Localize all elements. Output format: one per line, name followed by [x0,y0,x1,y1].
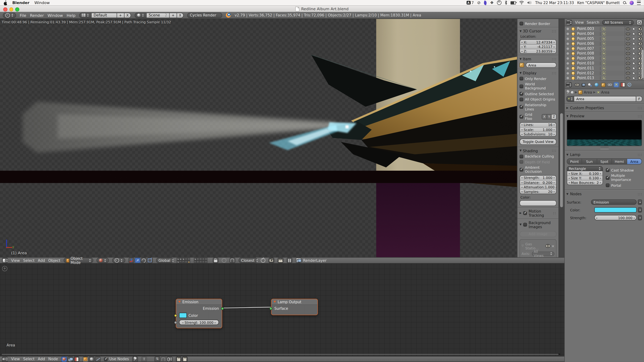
cursor-y-field[interactable]: ◂Y:-4.21117▸ [520,44,556,49]
layer-cell[interactable] [184,260,187,263]
selectability-toggle[interactable] [631,56,637,61]
render-layer-icon-button[interactable] [296,258,301,263]
node-editor-hscrollbar[interactable] [1,353,560,355]
adobe-cc-icon[interactable]: A7 [466,0,474,5]
outliner-scrollbar[interactable] [642,50,644,78]
panel-header-nodes[interactable]: ▼Nodes [565,191,644,197]
node-editor[interactable]: + Emission Emission Color ◂Strengt: 100.… [0,263,564,356]
grid-floor-checkbox[interactable]: Grid Floo X Y Z [520,112,557,121]
tab-scene[interactable] [587,82,592,87]
panel-header-shading[interactable]: ▼Shading [520,149,557,153]
panel-header-custom-properties[interactable]: ▶Custom Properties [565,105,644,111]
mode-selector[interactable]: Object Mode [64,258,93,263]
apple-logo-icon[interactable] [3,0,8,5]
surface-dropdown[interactable]: Emission [591,200,636,205]
visibility-toggle[interactable] [625,26,631,31]
breadcrumb-object[interactable]: Area [584,90,592,94]
expand-icon[interactable]: ⊕ [566,32,570,35]
toggle-quad-view-button[interactable]: Toggle Quad View [520,138,557,145]
tab-constraints[interactable] [607,82,612,87]
renderability-toggle[interactable] [637,36,643,41]
ambient-occlusion-checkbox[interactable]: Ambient Occlusion [520,165,557,173]
subdivisions-field[interactable]: ◂Subdivisions:10▸ [520,131,556,136]
layer-cell[interactable] [179,258,182,260]
scene-name-field[interactable]: Scene2 [147,12,170,18]
selectability-toggle[interactable] [631,76,637,80]
cursor-x-field[interactable]: ◂X:12.47334▸ [520,40,556,44]
relationship-lines-checkbox[interactable]: Relationship Lines [520,103,557,111]
lamp-type-point[interactable]: Point [567,159,582,164]
layer-cell[interactable] [199,258,202,260]
proportional-edit-icon[interactable] [222,258,226,263]
viewport-shading-selector[interactable] [96,258,109,263]
visibility-toggle[interactable] [625,71,631,76]
outliner-row[interactable]: ⊕ Point.004 | [565,31,644,36]
lock-to-scene-button[interactable] [213,258,218,263]
pin-icon[interactable] [566,90,570,94]
axis-z-button[interactable]: Z [551,114,556,119]
render-layer-name[interactable]: RenderLayer [303,258,326,262]
lamp-type-hemi[interactable]: Hemi [612,159,626,164]
layer-cell[interactable] [194,258,196,260]
layer-cell[interactable] [202,258,205,260]
expand-icon[interactable]: ⊕ [566,76,570,80]
panel-header-motion-tracking[interactable]: ▶Motion Tracking [520,209,557,217]
scale-field[interactable]: ◂Scale:1.000▸ [520,127,556,131]
selectability-toggle[interactable] [631,66,637,71]
strength-node-link-button[interactable] [638,215,642,220]
tab-render-layers[interactable] [581,82,586,87]
visibility-toggle[interactable] [625,76,631,80]
volume-icon[interactable] [528,0,532,5]
layout-close-button[interactable]: X [124,12,131,18]
snap-element-selector[interactable]: Closest [239,258,258,263]
layer-cell[interactable] [177,258,179,260]
layout-name-field[interactable]: Default [92,12,117,18]
tab-render[interactable] [574,82,580,87]
linestyle-shader-tab[interactable] [95,356,101,362]
ao-color-swatch[interactable] [520,200,557,206]
lamp-type-sun[interactable]: Sun [582,159,597,164]
menu-select[interactable]: Select [23,258,34,262]
lamp-type-area[interactable]: Area [627,159,642,164]
go-to-parent-button[interactable]: ⬆ [141,356,147,362]
display-mode-dropdown[interactable]: All Scenes [602,20,634,25]
bg-image-header-row[interactable]: ▽ Gas Statio... ✕ [522,242,554,250]
tab-world[interactable] [594,82,599,87]
scene-close-button[interactable]: X [177,12,184,18]
editor-type-properties[interactable] [566,82,572,87]
menu-add[interactable]: Add [38,258,45,262]
layer-cell[interactable] [184,258,187,260]
menu-add[interactable]: Add [38,357,45,361]
menu-window[interactable]: Window [34,0,50,5]
menu-blender[interactable]: Blender [12,0,30,5]
tab-object[interactable] [600,82,606,87]
lines-field[interactable]: ◂Lines:16▸ [520,122,556,127]
layer-cell[interactable] [179,260,182,263]
outliner-row[interactable]: ⊕ Point.013 | [565,76,644,80]
snap-toggle-button[interactable] [230,258,235,263]
visibility-toggle[interactable] [625,41,631,46]
expand-icon[interactable]: ⊕ [566,51,570,55]
preview-resize-grip[interactable] [600,147,608,149]
selectability-toggle[interactable] [631,36,637,41]
region-plus-icon[interactable]: + [2,266,8,271]
backface-culling-checkbox[interactable]: Backface Culling [520,154,557,158]
paste-nodes-button[interactable] [182,356,188,362]
visibility-toggle[interactable] [625,51,631,56]
spotlight-search-icon[interactable] [623,0,626,5]
panel-header-display[interactable]: ▼Display [520,71,557,75]
item-name-field[interactable]: Area [526,62,556,68]
max-bounces-field[interactable]: ◂Max Bounces:2▸ [567,180,602,185]
copy-nodes-button[interactable] [176,356,182,362]
layer-cell[interactable] [205,260,207,263]
panel-header-background-images[interactable]: ▼Background Images [520,221,557,229]
expand-icon[interactable]: ⊕ [566,66,570,70]
emission-output-socket[interactable] [221,307,224,310]
outliner-row[interactable]: ⊕ Point.008 | [565,51,644,56]
viewport-3d[interactable]: Time:00:48.96 | Remaining:01:43.39 | Mem… [0,19,564,257]
editor-type-3dview[interactable] [2,258,8,263]
render-animation-button[interactable] [278,258,283,263]
orientation-selector[interactable]: Global [156,258,173,263]
surface-node-link-button[interactable] [638,200,642,205]
size-x-field[interactable]: ◂Size X:0.100▸ [567,171,602,176]
